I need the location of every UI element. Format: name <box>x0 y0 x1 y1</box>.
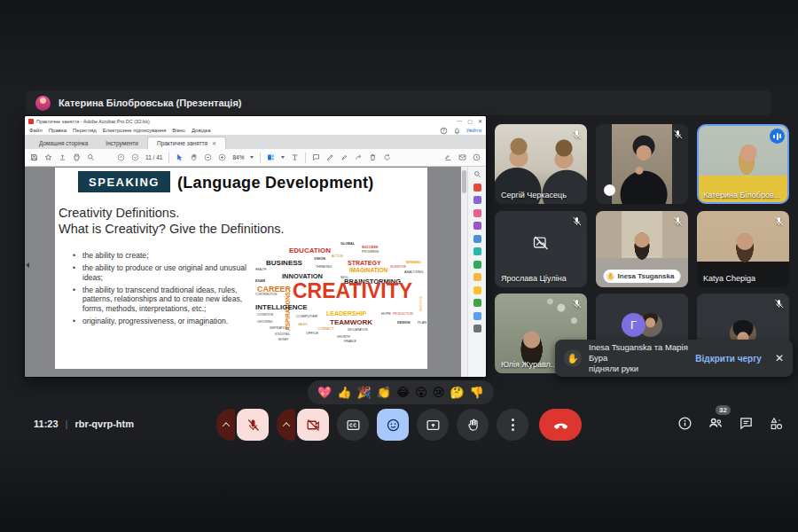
scrollbar-thumb[interactable] <box>462 170 466 193</box>
delete-trash-icon[interactable] <box>369 153 377 161</box>
menu-window[interactable]: Вікно <box>172 128 185 133</box>
compress-tool-icon[interactable] <box>473 247 481 255</box>
protect-tool-icon[interactable] <box>473 261 481 269</box>
open-queue-button[interactable]: Відкрити чергу <box>695 354 762 364</box>
edit-pdf-tool-icon[interactable] <box>473 209 481 217</box>
camera-options-caret[interactable] <box>277 409 295 441</box>
menu-esign[interactable]: Електронне підписування <box>103 128 167 133</box>
page-indicator[interactable]: 11 / 41 <box>145 154 162 160</box>
zoom-in-icon[interactable] <box>218 153 226 161</box>
reaction-emoji-button[interactable]: 😮 <box>415 387 427 398</box>
slide-subtitle-line1: Creativity Definitions. <box>59 205 285 221</box>
chevron-up-icon <box>222 422 229 429</box>
participants-panel-button[interactable]: 32 <box>708 415 724 431</box>
save-icon[interactable] <box>30 153 38 161</box>
print-icon[interactable] <box>73 153 81 161</box>
zoom-out-icon[interactable] <box>204 153 212 161</box>
bell-icon[interactable] <box>453 127 461 135</box>
stamp-tool-icon[interactable] <box>473 273 481 281</box>
acrobat-shared-window[interactable]: Практичне заняття - Adobe Acrobat Pro DC… <box>25 116 486 377</box>
more-options-button[interactable] <box>497 409 528 441</box>
tab-home[interactable]: Домашня сторінка <box>30 137 97 149</box>
wordcloud-word: COMPUTER <box>296 315 317 318</box>
reaction-emoji-button[interactable]: 💖 <box>317 387 332 398</box>
raise-hand-button[interactable] <box>457 409 489 441</box>
reaction-emoji-button[interactable]: 🤔 <box>450 387 464 398</box>
panel-collapse-icon[interactable] <box>26 262 29 268</box>
star-icon[interactable] <box>44 153 52 161</box>
share-upload-icon[interactable] <box>59 153 66 161</box>
end-call-button[interactable] <box>539 409 582 441</box>
sign-in-button[interactable]: Увійти <box>466 128 481 133</box>
search-icon[interactable] <box>87 153 95 161</box>
hands-raised-toast: ✋ Inesa Tsuganska та Марія Бура підняли … <box>555 340 793 377</box>
send-share-icon[interactable] <box>355 153 363 161</box>
mic-off-icon <box>571 129 583 140</box>
close-icon[interactable]: ✕ <box>775 352 784 364</box>
signature-tool-icon[interactable] <box>473 325 481 332</box>
zoom-level[interactable]: 84% <box>232 154 244 160</box>
menu-help[interactable]: Довідка <box>192 128 211 133</box>
signature-icon[interactable] <box>444 153 452 161</box>
select-cursor-icon[interactable] <box>176 153 184 161</box>
tab-document[interactable]: Практичне заняття ✕ <box>147 137 226 149</box>
menu-file[interactable]: Файл <box>29 128 43 133</box>
reaction-emoji-button[interactable]: 🎉 <box>356 387 371 398</box>
tab-close-icon[interactable]: ✕ <box>212 140 216 146</box>
reaction-emoji-button[interactable]: 👍 <box>337 387 351 398</box>
reading-mode-icon[interactable] <box>291 153 299 161</box>
reaction-emoji-button[interactable]: 😂 <box>396 387 410 398</box>
reaction-emoji-button[interactable]: 👎 <box>470 387 484 398</box>
history-clock-icon[interactable] <box>473 153 481 161</box>
participant-tile[interactable]: Ярослава Ціуліна <box>495 211 587 287</box>
find-tool-icon[interactable] <box>473 170 481 178</box>
page-view-icon[interactable] <box>267 153 275 161</box>
mic-options-caret[interactable] <box>216 409 235 441</box>
comment-tool-icon[interactable] <box>473 184 481 192</box>
mic-muted-button[interactable] <box>237 409 269 441</box>
envelope-icon[interactable] <box>458 153 466 161</box>
reaction-emoji-button[interactable]: 😢 <box>433 387 445 398</box>
fill-sign-icon[interactable] <box>340 153 348 161</box>
reaction-emoji-button[interactable]: 👏 <box>377 387 391 398</box>
participant-tile-active-speaker[interactable]: Катерина Білобров... <box>697 124 789 204</box>
activities-button[interactable] <box>769 416 784 431</box>
edit-pencil-icon[interactable] <box>326 153 334 161</box>
chat-panel-button[interactable] <box>739 416 754 431</box>
participant-name: Юлія Журавл... <box>501 360 557 369</box>
participant-tile[interactable]: Сергій Черкасець <box>495 124 587 204</box>
next-page-icon[interactable] <box>131 153 139 161</box>
pdf-scrollbar[interactable] <box>461 167 467 377</box>
comment-note-tool-icon[interactable] <box>473 286 481 294</box>
reactions-button-active[interactable] <box>377 409 409 441</box>
menu-view[interactable]: Перегляд <box>73 128 97 133</box>
hand-pan-icon[interactable] <box>190 153 198 161</box>
camera-off-button[interactable] <box>297 409 329 441</box>
raised-hand-icon: ✋ <box>606 272 615 281</box>
rotate-icon[interactable] <box>383 153 391 161</box>
menu-edit[interactable]: Правка <box>49 128 66 133</box>
page-view-caret-icon[interactable] <box>281 156 285 159</box>
participant-tile[interactable]: ✋ Inesa Tsuganska <box>596 211 688 287</box>
present-screen-button[interactable] <box>417 409 449 441</box>
maximize-button[interactable]: ▢ <box>467 118 473 124</box>
minimize-button[interactable]: — <box>457 118 462 124</box>
measure-tool-icon[interactable] <box>473 299 481 307</box>
export-pdf-tool-icon[interactable] <box>473 222 481 230</box>
tab-tools[interactable]: Інструменти <box>97 137 147 149</box>
pdf-document-area[interactable]: SPEAKING (Language Development) Creativi… <box>25 167 486 377</box>
participant-tile[interactable] <box>596 124 688 204</box>
meeting-details-button[interactable] <box>677 416 692 431</box>
close-button[interactable]: ✕ <box>478 118 482 124</box>
comment-icon[interactable] <box>312 153 320 161</box>
participant-avatars: Г <box>622 313 662 337</box>
captions-button[interactable] <box>337 409 369 441</box>
previous-page-icon[interactable] <box>117 153 125 161</box>
help-circle-icon[interactable] <box>440 127 448 135</box>
fill-sign-tool-icon[interactable] <box>473 196 481 204</box>
zoom-caret-icon[interactable] <box>250 156 254 159</box>
wordcloud-word: IMAGINATION <box>349 268 387 274</box>
certificates-tool-icon[interactable] <box>473 312 481 320</box>
participant-tile[interactable]: Katya Chepiga <box>697 211 789 287</box>
organize-pages-tool-icon[interactable] <box>473 235 481 243</box>
